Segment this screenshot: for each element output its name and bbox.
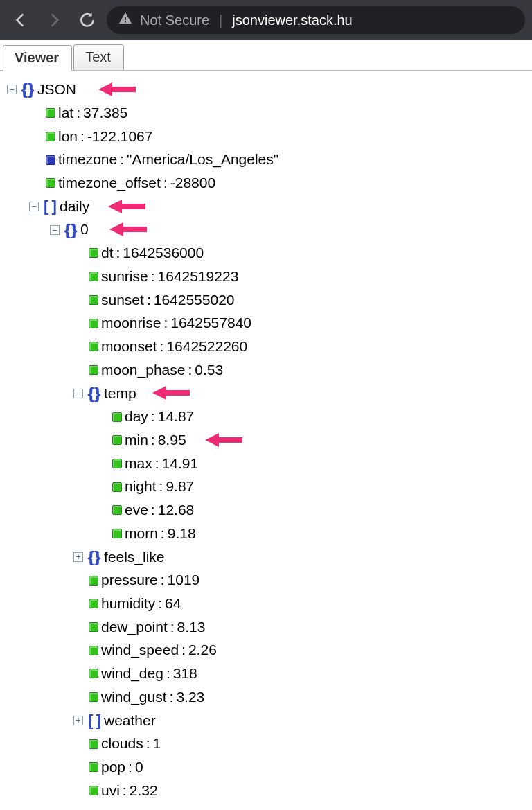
toggle-icon[interactable]: [50, 225, 60, 235]
annotation-arrow: [152, 384, 190, 402]
node-value: 1019: [168, 569, 200, 592]
number-icon: [89, 365, 98, 375]
browser-chrome: Not Secure | jsonviewer.stack.hu: [0, 0, 532, 40]
node-key: timezone_offset: [58, 172, 161, 195]
node-key: timezone: [58, 148, 117, 171]
node-feelslike[interactable]: {} feels_like: [4, 545, 528, 568]
node-key: eve: [125, 499, 148, 522]
number-icon: [112, 505, 122, 515]
node-tzoffset[interactable]: timezone_offset:-28800: [4, 171, 528, 195]
node-label: temp: [104, 382, 136, 405]
node-moonrise[interactable]: moonrise:1642557840: [4, 311, 528, 335]
node-label: JSON: [37, 78, 76, 101]
svg-marker-5: [152, 386, 190, 400]
toggle-icon[interactable]: [73, 389, 83, 398]
svg-rect-1: [125, 21, 126, 22]
node-windspeed[interactable]: wind_speed:2.26: [4, 638, 528, 662]
node-value: 1642555020: [154, 289, 235, 312]
node-key: moonset: [101, 335, 157, 358]
node-lat[interactable]: lat:37.385: [4, 101, 528, 125]
node-root[interactable]: {} JSON: [4, 78, 528, 101]
node-value: 1642522260: [166, 335, 247, 358]
node-dewpoint[interactable]: dew_point:8.13: [4, 615, 528, 639]
node-key: uvi: [101, 780, 120, 802]
node-value: 0.53: [195, 359, 223, 382]
toggle-icon[interactable]: [29, 202, 39, 211]
node-value: 318: [173, 662, 197, 685]
node-weather[interactable]: [ ] weather: [4, 708, 528, 732]
forward-button[interactable]: [40, 6, 68, 34]
node-temp[interactable]: {} temp: [4, 381, 528, 405]
node-winddeg[interactable]: wind_deg:318: [4, 662, 528, 685]
reload-button[interactable]: [73, 6, 101, 34]
address-domain: jsonviewer.stack.hu: [232, 12, 352, 28]
node-pop[interactable]: pop:0: [4, 755, 528, 779]
tab-text[interactable]: Text: [73, 44, 124, 70]
node-value: "America/Los_Angeles": [127, 148, 278, 171]
node-temp-morn[interactable]: morn:9.18: [4, 522, 528, 545]
string-icon: [46, 155, 55, 165]
node-value: 12.68: [158, 499, 195, 522]
node-key: min: [125, 429, 148, 452]
number-icon: [89, 319, 98, 328]
number-icon: [89, 646, 98, 655]
node-clouds[interactable]: clouds:1: [4, 732, 528, 755]
node-daily-0[interactable]: {} 0: [4, 218, 528, 241]
node-sunset[interactable]: sunset:1642555020: [4, 288, 528, 311]
node-value: 14.91: [162, 452, 199, 475]
node-humidity[interactable]: humidity:64: [4, 592, 528, 615]
back-button[interactable]: [7, 6, 35, 34]
node-value: 0: [135, 756, 143, 779]
node-value: -28800: [170, 172, 215, 195]
number-icon: [46, 108, 55, 118]
number-icon: [89, 762, 98, 772]
address-bar[interactable]: Not Secure | jsonviewer.stack.hu: [107, 6, 525, 34]
node-label: feels_like: [104, 546, 165, 569]
toggle-icon[interactable]: [73, 552, 83, 562]
node-value: 1642536000: [123, 242, 204, 265]
node-uvi[interactable]: uvi:2.32: [4, 779, 528, 802]
node-value: -122.1067: [87, 125, 153, 148]
node-key: pressure: [101, 569, 158, 592]
object-icon: {}: [87, 387, 101, 400]
tab-viewer[interactable]: Viewer: [3, 45, 72, 71]
node-daily[interactable]: [ ] daily: [4, 195, 528, 218]
number-icon: [89, 576, 98, 586]
not-secure-label: Not Secure: [140, 12, 209, 28]
node-sunrise[interactable]: sunrise:1642519223: [4, 265, 528, 288]
node-lon[interactable]: lon:-122.1067: [4, 124, 528, 148]
node-pressure[interactable]: pressure:1019: [4, 568, 528, 592]
node-key: lat: [58, 102, 73, 125]
json-tree: {} JSON lat:37.385 lon:-122.1067 timezon…: [0, 71, 532, 810]
number-icon: [89, 739, 98, 749]
node-moonphase[interactable]: moon_phase:0.53: [4, 358, 528, 382]
svg-marker-6: [205, 433, 242, 447]
number-icon: [89, 342, 98, 351]
number-icon: [89, 669, 98, 678]
node-key: moonrise: [101, 312, 161, 335]
number-icon: [89, 295, 98, 305]
node-key: humidity: [101, 592, 155, 615]
node-value: 14.87: [158, 405, 195, 428]
node-dt[interactable]: dt:1642536000: [4, 241, 528, 265]
node-windgust[interactable]: wind_gust:3.23: [4, 685, 528, 709]
node-timezone[interactable]: timezone:"America/Los_Angeles": [4, 148, 528, 171]
node-temp-night[interactable]: night:9.87: [4, 475, 528, 498]
node-key: wind_speed: [101, 639, 179, 662]
number-icon: [112, 482, 122, 492]
svg-marker-4: [109, 222, 147, 236]
node-value: 2.32: [130, 780, 158, 802]
svg-rect-0: [125, 17, 126, 20]
node-key: dew_point: [101, 616, 168, 639]
toggle-icon[interactable]: [73, 716, 83, 725]
node-temp-max[interactable]: max:14.91: [4, 452, 528, 475]
node-temp-day[interactable]: day:14.87: [4, 405, 528, 428]
node-label: daily: [60, 195, 89, 218]
number-icon: [89, 272, 98, 281]
node-temp-min[interactable]: min:8.95: [4, 428, 528, 452]
node-temp-eve[interactable]: eve:12.68: [4, 498, 528, 522]
node-key: night: [125, 475, 157, 498]
toggle-icon[interactable]: [7, 85, 17, 94]
node-key: day: [125, 405, 148, 428]
node-moonset[interactable]: moonset:1642522260: [4, 335, 528, 358]
